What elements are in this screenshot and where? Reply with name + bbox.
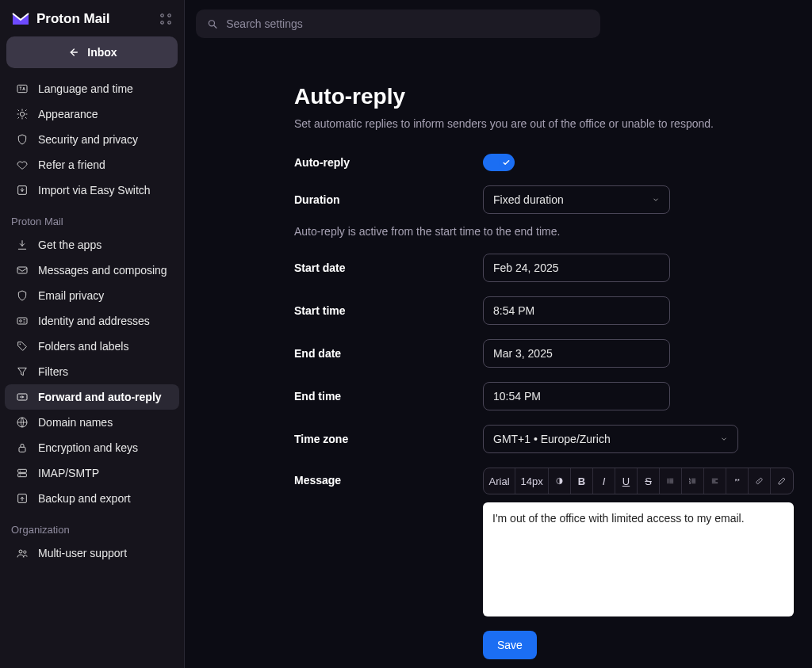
number-list-button[interactable]: 123 (682, 468, 704, 494)
toggle-label: Auto-reply (294, 156, 483, 169)
apps-grid-icon[interactable] (159, 12, 173, 26)
sidebar-item-identity-and-addresses[interactable]: Identity and addresses (5, 308, 179, 334)
sidebar-item-label: Get the apps (38, 239, 102, 251)
brand-name: Proton Mail (36, 11, 110, 27)
svg-point-3 (168, 21, 170, 24)
chevron-down-icon (652, 196, 660, 204)
bullet-list-button[interactable] (660, 468, 682, 494)
font-size-select[interactable]: 14px (515, 468, 549, 494)
tz-label: Time zone (294, 433, 483, 445)
align-button[interactable] (704, 468, 726, 494)
svg-point-27 (668, 479, 668, 479)
svg-rect-17 (18, 469, 27, 472)
duration-value: Fixed duration (493, 193, 564, 206)
bullet-list-icon (666, 475, 675, 487)
sidebar-item-forward-and-auto-reply[interactable]: Forward and auto-reply (5, 384, 179, 410)
sidebar-item-imap-smtp[interactable]: IMAP/SMTP (5, 460, 179, 486)
message-editor[interactable]: I'm out of the office with limited acces… (483, 502, 794, 616)
sidebar-item-multi-user-support[interactable]: Multi-user support (5, 540, 179, 566)
nav-section-organization: Organization (0, 511, 184, 540)
inbox-button[interactable]: Inbox (6, 36, 178, 68)
svg-point-22 (19, 550, 22, 553)
sidebar-item-import-via-easy-switch[interactable]: Import via Easy Switch (5, 177, 179, 203)
start-time-label: Start time (294, 304, 483, 317)
link-button[interactable] (749, 468, 771, 494)
page-title: Auto-reply (294, 84, 794, 109)
start-date-input[interactable]: Feb 24, 2025 (483, 254, 670, 282)
sidebar-item-security-and-privacy[interactable]: Security and privacy (5, 127, 179, 152)
sidebar-item-get-the-apps[interactable]: Get the apps (5, 232, 179, 258)
search-box[interactable] (196, 10, 600, 38)
italic-button[interactable]: I (593, 468, 615, 494)
row-end-time: End time 10:54 PM (294, 382, 794, 410)
svg-line-25 (214, 25, 216, 28)
sidebar-item-label: Identity and addresses (38, 315, 150, 327)
eraser-icon (777, 475, 787, 487)
end-date-input[interactable]: Mar 3, 2025 (483, 339, 670, 368)
sidebar-item-language-and-time[interactable]: Language and time (5, 76, 179, 101)
message-label: Message (294, 468, 483, 487)
quote-icon (733, 475, 741, 487)
auto-reply-toggle[interactable] (483, 154, 515, 171)
svg-point-24 (209, 20, 214, 25)
sidebar-item-label: Refer a friend (38, 158, 105, 171)
sidebar-item-messages-and-composing[interactable]: Messages and composing (5, 258, 179, 283)
filter-icon (16, 365, 29, 378)
sidebar-item-folders-and-labels[interactable]: Folders and labels (5, 334, 179, 359)
color-button[interactable] (549, 468, 571, 494)
duration-help: Auto-reply is active from the start time… (294, 225, 794, 238)
sidebar-item-label: Import via Easy Switch (38, 184, 151, 197)
bold-button[interactable]: B (571, 468, 593, 494)
sidebar-item-label: Language and time (38, 82, 133, 95)
svg-point-6 (20, 112, 24, 116)
forward-icon (16, 391, 29, 403)
svg-point-0 (161, 14, 163, 17)
end-time-value: 10:54 PM (493, 390, 541, 403)
search-input[interactable] (226, 17, 589, 30)
sidebar-item-encryption-and-keys[interactable]: Encryption and keys (5, 435, 179, 460)
sidebar-item-label: Email privacy (38, 289, 104, 302)
font-family-select[interactable]: Arial (484, 468, 515, 494)
appearance-icon (16, 108, 29, 120)
save-button[interactable]: Save (483, 631, 537, 659)
svg-point-2 (161, 21, 163, 24)
heart-icon (16, 158, 29, 171)
arrow-left-icon (67, 46, 79, 59)
underline-button[interactable]: U (615, 468, 638, 494)
end-time-label: End time (294, 390, 483, 403)
sidebar-item-email-privacy[interactable]: Email privacy (5, 283, 179, 308)
chevron-down-icon (720, 435, 728, 443)
tag-icon (16, 340, 29, 353)
lock-icon (16, 441, 29, 454)
svg-rect-16 (19, 447, 25, 452)
svg-rect-18 (18, 474, 27, 477)
sidebar-item-label: Multi-user support (38, 547, 127, 559)
proton-logo-icon (11, 10, 30, 29)
timezone-select[interactable]: GMT+1 • Europe/Zurich (483, 425, 738, 453)
row-start-time: Start time 8:54 PM (294, 296, 794, 325)
row-end-date: End date Mar 3, 2025 (294, 339, 794, 368)
brand[interactable]: Proton Mail (11, 10, 110, 29)
svg-point-19 (20, 471, 21, 471)
svg-rect-8 (17, 267, 27, 273)
duration-select[interactable]: Fixed duration (483, 185, 670, 214)
sidebar-item-appearance[interactable]: Appearance (5, 101, 179, 127)
start-time-input[interactable]: 8:54 PM (483, 296, 670, 325)
sidebar-item-label: Appearance (38, 108, 98, 120)
sidebar-item-domain-names[interactable]: Domain names (5, 410, 179, 435)
sidebar-item-label: Forward and auto-reply (38, 391, 162, 403)
strike-button[interactable]: S (638, 468, 660, 494)
start-date-label: Start date (294, 261, 483, 274)
duration-label: Duration (294, 193, 483, 206)
sidebar: Proton Mail Inbox Language and timeAppea… (0, 0, 185, 668)
sidebar-item-refer-a-friend[interactable]: Refer a friend (5, 152, 179, 177)
message-body: I'm out of the office with limited acces… (492, 512, 745, 525)
quote-button[interactable] (726, 468, 749, 494)
sidebar-item-filters[interactable]: Filters (5, 359, 179, 384)
check-icon (502, 158, 511, 167)
end-time-input[interactable]: 10:54 PM (483, 382, 670, 410)
sidebar-item-backup-and-export[interactable]: Backup and export (5, 486, 179, 511)
search-row (185, 0, 812, 44)
clear-format-button[interactable] (771, 468, 793, 494)
shield-icon (16, 133, 29, 146)
